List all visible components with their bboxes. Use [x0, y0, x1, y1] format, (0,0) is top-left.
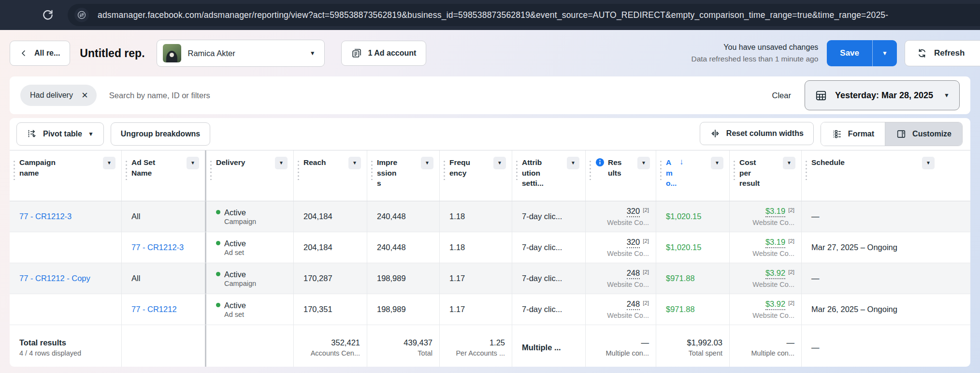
cpr-value[interactable]: $3.92 — [765, 269, 785, 279]
save-split-button: Save ▼ — [827, 40, 897, 66]
cpr-value[interactable]: $3.92 — [765, 299, 785, 310]
results-badge: [2] — [643, 207, 649, 213]
had-delivery-filter-chip[interactable]: Had delivery × — [20, 85, 97, 106]
column-header-frequency[interactable]: Frequency ▼ — [440, 150, 512, 201]
campaign-link[interactable]: 77 - CR1212-3 — [19, 212, 121, 221]
reset-column-widths-label: Reset column widths — [726, 129, 804, 138]
total-ad-set-cell — [122, 325, 206, 367]
column-menu-button[interactable]: ▼ — [922, 157, 935, 169]
results-value[interactable]: 248 — [627, 299, 640, 310]
column-header-results[interactable]: Results ▼ — [586, 150, 656, 201]
column-header-cost-per-result[interactable]: Cost per result ▼ — [730, 150, 802, 201]
drag-handle-icon[interactable] — [806, 160, 807, 180]
cpr-subtext: Website Co... — [752, 281, 794, 288]
column-label: Amo... — [666, 157, 677, 188]
customize-button[interactable]: Customize — [885, 122, 962, 146]
drag-handle-icon[interactable] — [516, 160, 518, 180]
chevron-down-icon: ▼ — [107, 161, 112, 165]
drag-handle-icon[interactable] — [210, 160, 212, 180]
column-header-impressions[interactable]: Impressions ▼ — [367, 150, 440, 201]
site-settings-icon[interactable] — [74, 8, 89, 22]
column-header-schedule[interactable]: Schedule ▼ — [802, 150, 970, 201]
column-menu-button[interactable]: ▼ — [567, 157, 579, 169]
cost-per-result-cell: $3.92[2] Website Co... — [730, 294, 802, 325]
sort-descending-icon[interactable]: ↓ — [679, 157, 684, 167]
address-bar[interactable]: adsmanager.facebook.com/adsmanager/repor… — [68, 4, 980, 26]
table-row: 77 - CR1212-3 All Active Campaign 204,18… — [10, 201, 970, 232]
results-value[interactable]: 320 — [627, 238, 640, 248]
results-value[interactable]: 320 — [627, 207, 640, 217]
reload-button[interactable] — [41, 8, 55, 22]
drag-handle-icon[interactable] — [371, 160, 373, 180]
chevron-down-icon: ▼ — [926, 161, 931, 165]
back-to-all-reports-button[interactable]: All re... — [10, 41, 70, 66]
chevron-down-icon: ▼ — [715, 161, 720, 165]
impressions-cell: 198,989 — [367, 263, 440, 294]
info-icon[interactable] — [595, 158, 605, 167]
drag-handle-icon[interactable] — [126, 160, 127, 180]
campaign-name-cell: 77 - CR1212-3 — [10, 201, 122, 232]
column-header-amount-spent[interactable]: Amo... ↓ ▼ — [656, 150, 730, 201]
column-menu-button[interactable]: ▼ — [103, 157, 115, 169]
reset-column-widths-button[interactable]: Reset column widths — [700, 122, 814, 145]
frequency-cell: 1.17 — [440, 263, 512, 294]
chevron-down-icon: ▼ — [787, 161, 792, 165]
drag-handle-icon[interactable] — [14, 160, 15, 180]
search-input[interactable] — [108, 90, 772, 101]
format-button[interactable]: Format — [821, 122, 885, 146]
format-icon — [832, 129, 842, 139]
column-menu-button[interactable]: ▼ — [187, 157, 199, 169]
cpr-value[interactable]: $3.19 — [765, 238, 785, 248]
delivery-cell: Active Campaign — [206, 201, 294, 232]
column-header-reach[interactable]: Reach ▼ — [294, 150, 367, 201]
ad-set-link[interactable]: 77 - CR1212 — [131, 305, 205, 314]
drag-handle-icon[interactable] — [298, 160, 299, 180]
date-range-button[interactable]: Yesterday: Mar 28, 2025 ▼ — [805, 80, 960, 110]
customize-icon — [896, 129, 907, 139]
cpr-value[interactable]: $3.19 — [765, 207, 785, 217]
column-header-attribution-setting[interactable]: Attribution setti... ▼ — [512, 150, 586, 201]
results-subtext: Website Co... — [607, 250, 649, 257]
refresh-button[interactable]: Refresh — [905, 40, 980, 66]
account-selector[interactable]: Ramica Akter ▼ — [157, 40, 325, 67]
save-button[interactable]: Save — [827, 40, 872, 66]
column-menu-button[interactable]: ▼ — [711, 157, 723, 169]
results-value[interactable]: 248 — [627, 269, 640, 279]
ungroup-breakdowns-button[interactable]: Ungroup breakdowns — [111, 122, 210, 146]
column-header-ad-set-name[interactable]: Ad Set Name ▼ — [122, 150, 206, 201]
column-menu-button[interactable]: ▼ — [637, 157, 650, 169]
close-icon[interactable]: × — [82, 90, 88, 101]
total-amount-spent-cell: $1,992.03 Total spent — [656, 325, 730, 367]
drag-handle-icon[interactable] — [660, 160, 662, 180]
total-impressions-cell: 439,437 Total — [367, 325, 440, 367]
account-name: Ramica Akter — [188, 49, 235, 58]
column-menu-button[interactable]: ▼ — [493, 157, 506, 169]
drag-handle-icon[interactable] — [734, 160, 735, 180]
drag-handle-icon[interactable] — [590, 160, 591, 180]
column-menu-button[interactable]: ▼ — [275, 157, 288, 169]
total-delivery-cell — [206, 325, 294, 367]
schedule-cell: — — [802, 201, 970, 232]
impressions-cell: 240,448 — [367, 232, 440, 263]
results-cell: 248[2] Website Co... — [586, 263, 656, 294]
ad-account-button[interactable]: 1 Ad account — [341, 41, 427, 66]
clear-filters-button[interactable]: Clear — [772, 91, 791, 100]
format-label: Format — [848, 130, 874, 138]
drag-handle-icon[interactable] — [444, 160, 445, 180]
column-menu-button[interactable]: ▼ — [783, 157, 795, 169]
app-header: All re... Untitled rep. Ramica Akter ▼ 1… — [0, 30, 980, 76]
column-header-delivery[interactable]: Delivery ▼ — [206, 150, 294, 201]
amount-value: $971.88 — [666, 305, 729, 314]
column-label: Schedule — [811, 157, 970, 168]
campaign-link[interactable]: 77 - CR1212 - Copy — [19, 274, 121, 283]
column-label: Frequency — [449, 157, 472, 178]
column-header-campaign-name[interactable]: Campaign name ▼ — [10, 150, 122, 201]
results-subtext: Website Co... — [607, 281, 649, 288]
impressions-cell: 240,448 — [367, 201, 440, 232]
column-menu-button[interactable]: ▼ — [348, 157, 361, 169]
ad-set-link[interactable]: 77 - CR1212-3 — [131, 243, 205, 252]
column-menu-button[interactable]: ▼ — [421, 157, 433, 169]
save-options-button[interactable]: ▼ — [872, 40, 897, 66]
results-badge: [2] — [643, 300, 649, 306]
pivot-table-dropdown[interactable]: Pivot table ▼ — [16, 122, 104, 146]
